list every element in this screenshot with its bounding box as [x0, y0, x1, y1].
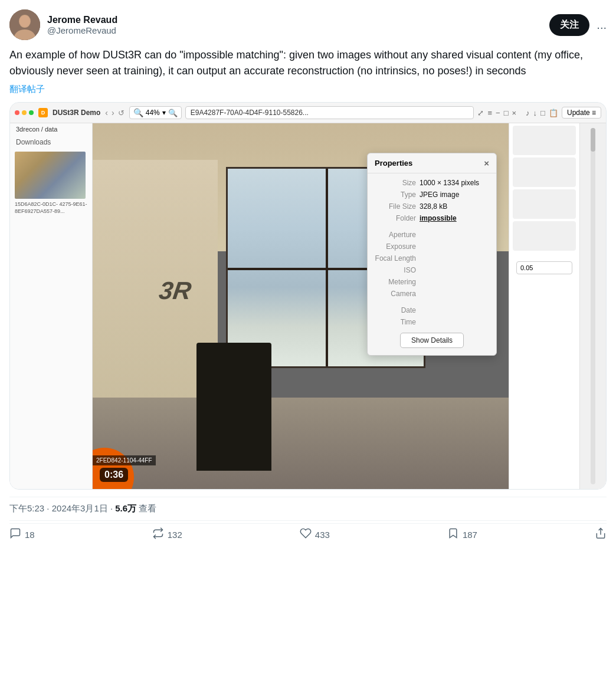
prop-filesize-value: 328,8 kB: [420, 202, 447, 211]
browser-nav: ‹ › ↺: [105, 108, 124, 117]
zoom-in-icon[interactable]: 🔍: [168, 109, 178, 117]
prop-metering-label: Metering: [375, 278, 416, 286]
properties-type-row: Type JPEG image: [368, 189, 496, 201]
value-input[interactable]: [516, 261, 572, 274]
show-details-button[interactable]: Show Details: [400, 333, 464, 348]
maximize-dot[interactable]: [29, 110, 34, 115]
like-icon: [300, 527, 312, 542]
expand-icon[interactable]: ⤢: [477, 109, 484, 117]
minimize-window-icon[interactable]: −: [496, 109, 500, 117]
properties-time-row: Time: [368, 316, 496, 328]
properties-divider-2: [368, 300, 496, 304]
browser-window-controls: [15, 110, 34, 115]
file-browser-sidebar: 3drecon / data Downloads 15D6A82C-0D1C- …: [10, 123, 93, 489]
svg-point-3: [19, 15, 30, 27]
bookmark-action[interactable]: 187: [447, 527, 477, 542]
right-panel-item-2: [513, 157, 576, 187]
close-window-icon[interactable]: ×: [512, 109, 517, 117]
properties-folder-row: Folder impossible: [368, 212, 496, 224]
right-toolbar: ♪ ↓ □ 📋 Update ≡: [526, 107, 601, 119]
prop-filesize-label: File Size: [375, 202, 416, 211]
reply-icon: [9, 527, 21, 542]
media-container: D DUSt3R Demo ‹ › ↺ 🔍 44% ▾ 🔍 E9A4287F-7…: [9, 102, 607, 490]
properties-metering-row: Metering: [368, 276, 496, 288]
views-suffix: 查看: [136, 503, 156, 513]
zoom-control[interactable]: 🔍 44% ▾ 🔍: [129, 106, 182, 119]
tweet-header: Jerome Revaud @JeromeRevaud 关注 ...: [9, 9, 607, 40]
share-action[interactable]: [595, 527, 607, 542]
scrollbar-track[interactable]: [591, 128, 595, 484]
zoom-dropdown-icon[interactable]: ▾: [162, 109, 166, 117]
user-name[interactable]: Jerome Revaud: [47, 15, 117, 25]
prop-exposure-label: Exposure: [375, 242, 416, 251]
tweet-card: Jerome Revaud @JeromeRevaud 关注 ... An ex…: [0, 0, 616, 548]
prop-type-label: Type: [375, 191, 416, 199]
url-bar[interactable]: E9A4287F-70A0-4D4F-9110-55826...: [185, 106, 474, 119]
office-chair: [196, 343, 271, 471]
tweet-timestamp: 下午5:23 · 2024年3月1日 · 5.6万 查看: [9, 497, 607, 521]
properties-focal-row: Focal Length: [368, 252, 496, 264]
zoom-level: 44%: [146, 109, 160, 117]
right-panel-item-4: [513, 221, 576, 251]
right-panel-item-3: [513, 189, 576, 219]
restore-window-icon[interactable]: □: [504, 109, 509, 117]
browser-chrome: D DUSt3R Demo ‹ › ↺ 🔍 44% ▾ 🔍 E9A4287F-7…: [10, 103, 606, 123]
avatar-image: [9, 9, 40, 40]
text-3r-overlay: 3R: [157, 277, 192, 305]
properties-header: Properties ×: [368, 153, 496, 173]
properties-camera-row: Camera: [368, 288, 496, 300]
prop-focal-label: Focal Length: [375, 254, 416, 262]
more-icon[interactable]: ...: [597, 18, 607, 32]
screen-icon[interactable]: □: [540, 109, 545, 117]
properties-title: Properties: [375, 159, 412, 168]
properties-close-button[interactable]: ×: [484, 158, 489, 168]
scrollbar-thumb[interactable]: [591, 128, 595, 152]
prop-size-value: 1000 × 1334 pixels: [420, 179, 479, 187]
follow-button[interactable]: 关注: [549, 14, 589, 36]
like-action[interactable]: 433: [300, 527, 330, 542]
image-preview-area[interactable]: 3R 0:36 2FED842-1104-44FF Properties × S…: [93, 123, 509, 489]
download-icon[interactable]: ↓: [533, 109, 538, 117]
user-info: Jerome Revaud @JeromeRevaud: [47, 15, 117, 35]
properties-panel: Properties × Size 1000 × 1334 pixels Typ…: [367, 153, 497, 356]
sidebar-item-downloads[interactable]: Downloads: [10, 135, 92, 149]
browser-action-icons: ⤢ ≡ − □ ×: [477, 109, 516, 117]
prop-folder-value[interactable]: impossible: [420, 214, 457, 222]
prop-size-label: Size: [375, 179, 416, 187]
avatar[interactable]: [9, 9, 40, 40]
menu-icon[interactable]: ≡: [487, 109, 492, 117]
prop-folder-label: Folder: [375, 214, 416, 222]
music-icon[interactable]: ♪: [526, 109, 530, 117]
breadcrumb: 3drecon / data: [10, 123, 92, 135]
prop-camera-label: Camera: [375, 290, 416, 298]
scrollbar-area: [579, 123, 606, 489]
properties-aperture-row: Aperture: [368, 229, 496, 241]
user-handle[interactable]: @JeromeRevaud: [47, 25, 117, 35]
clipboard-icon[interactable]: 📋: [549, 109, 558, 117]
timestamp-text: 下午5:23 · 2024年3月1日 ·: [9, 503, 115, 513]
share-icon: [595, 527, 607, 542]
thumbnail-image: [15, 152, 86, 199]
back-icon[interactable]: ‹: [105, 108, 108, 117]
forward-icon[interactable]: ›: [112, 108, 114, 117]
video-timer: 0:36: [100, 468, 128, 482]
retweet-count: 132: [168, 530, 182, 540]
zoom-out-icon[interactable]: 🔍: [133, 108, 143, 117]
translate-link[interactable]: 翻译帖子: [9, 84, 607, 95]
prop-date-label: Date: [375, 306, 416, 314]
properties-date-row: Date: [368, 304, 496, 316]
refresh-icon[interactable]: ↺: [118, 109, 124, 117]
app-icon: D: [38, 108, 48, 117]
update-button[interactable]: Update ≡: [562, 107, 601, 119]
bookmark-icon: [447, 527, 459, 542]
right-panel: [509, 123, 579, 489]
like-count: 433: [315, 530, 330, 540]
close-dot[interactable]: [15, 110, 19, 115]
browser-content: 3drecon / data Downloads 15D6A82C-0D1C- …: [10, 123, 606, 489]
prop-aperture-label: Aperture: [375, 231, 416, 239]
retweet-action[interactable]: 132: [152, 527, 182, 542]
reply-action[interactable]: 18: [9, 527, 35, 542]
office-floor: [93, 398, 509, 489]
minimize-dot[interactable]: [22, 110, 27, 115]
thumbnail-label: 15D6A82C-0D1C- 4275-9E61- 8EF6927DA557-8…: [10, 201, 92, 215]
